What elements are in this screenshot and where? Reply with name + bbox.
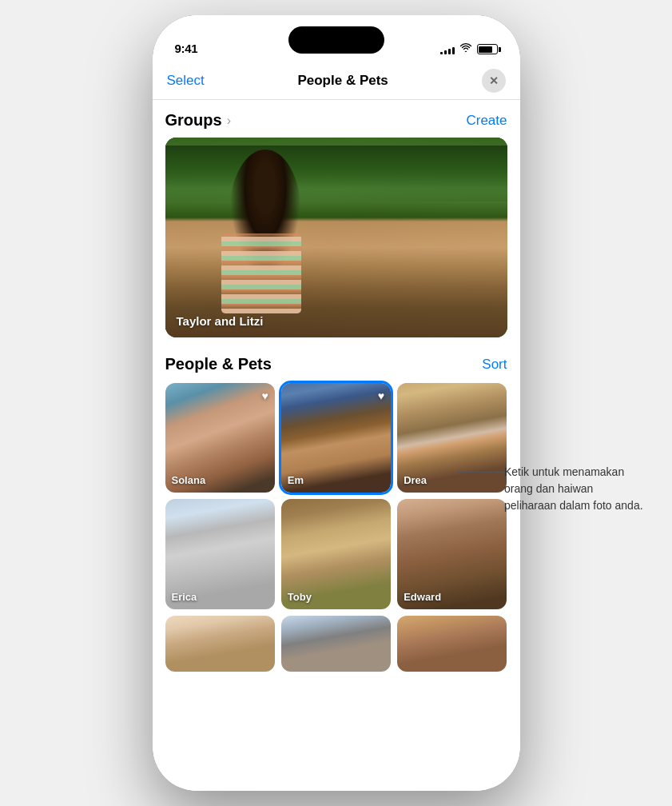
scene: 9:41 (0, 0, 672, 806)
person-tile-bottom-3[interactable] (397, 616, 507, 672)
groups-create-button[interactable]: Create (466, 113, 507, 129)
dynamic-island (288, 26, 384, 54)
sort-button[interactable]: Sort (482, 357, 507, 373)
solana-name: Solana (172, 474, 206, 486)
bottom1-photo (165, 616, 275, 672)
em-name: Em (288, 474, 304, 486)
toby-name: Toby (288, 591, 312, 603)
wifi-icon (459, 43, 472, 55)
signal-bar-1 (440, 52, 443, 54)
close-button[interactable]: ✕ (482, 69, 506, 93)
callout-annotation: Ketik untuk menamakan orang dan haiwan p… (504, 464, 648, 514)
nav-bar: Select People & Pets ✕ (153, 62, 520, 100)
signal-bar-2 (444, 50, 447, 54)
signal-icon (440, 45, 455, 54)
drea-name: Drea (404, 474, 427, 486)
group-photo-top-foliage (165, 146, 507, 202)
bottom3-photo (397, 616, 507, 672)
group-photo (165, 138, 507, 337)
groups-section-title: Groups (165, 111, 222, 130)
groups-title-row[interactable]: Groups › (165, 111, 231, 130)
battery-fill (479, 46, 492, 53)
status-time: 9:41 (175, 42, 198, 55)
person-tile-toby[interactable]: Toby (281, 499, 391, 608)
person-tile-drea[interactable]: Drea (397, 383, 507, 493)
person1-shirt (221, 233, 301, 313)
page-title: People & Pets (297, 73, 388, 89)
callout-text: Ketik untuk menamakan orang dan haiwan p… (504, 465, 643, 512)
group-card[interactable]: Taylor and Litzi (165, 138, 507, 337)
em-heart-icon: ♥ (378, 389, 384, 402)
person-tile-em[interactable]: ♥ Em (281, 383, 391, 493)
edward-name: Edward (404, 591, 441, 603)
people-pets-section-title: People & Pets (165, 355, 272, 373)
person-tile-erica[interactable]: Erica (165, 499, 275, 608)
signal-bar-4 (452, 47, 455, 54)
people-pets-section-header: People & Pets Sort (165, 355, 507, 373)
content-area: Groups › Create (153, 100, 520, 791)
callout-line (456, 472, 504, 473)
signal-bar-3 (448, 49, 451, 54)
person-tile-solana[interactable]: ♥ Solana (165, 383, 275, 493)
groups-section-header: Groups › Create (165, 111, 507, 130)
people-grid: ♥ Solana ♥ Em Drea (165, 383, 507, 672)
erica-name: Erica (172, 591, 197, 603)
status-icons (440, 43, 498, 55)
phone-body: 9:41 (153, 15, 520, 791)
person-tile-bottom-1[interactable] (165, 616, 275, 672)
solana-heart-icon: ♥ (262, 389, 268, 402)
bottom2-photo (281, 616, 391, 672)
person-tile-bottom-2[interactable] (281, 616, 391, 672)
group-card-label: Taylor and Litzi (177, 314, 264, 328)
close-icon: ✕ (489, 74, 499, 87)
phone-screen: 9:41 (153, 15, 520, 791)
person-tile-edward[interactable]: Edward (397, 499, 507, 608)
chevron-right-icon: › (227, 114, 231, 128)
battery-icon (477, 44, 498, 54)
select-button[interactable]: Select (167, 73, 205, 89)
